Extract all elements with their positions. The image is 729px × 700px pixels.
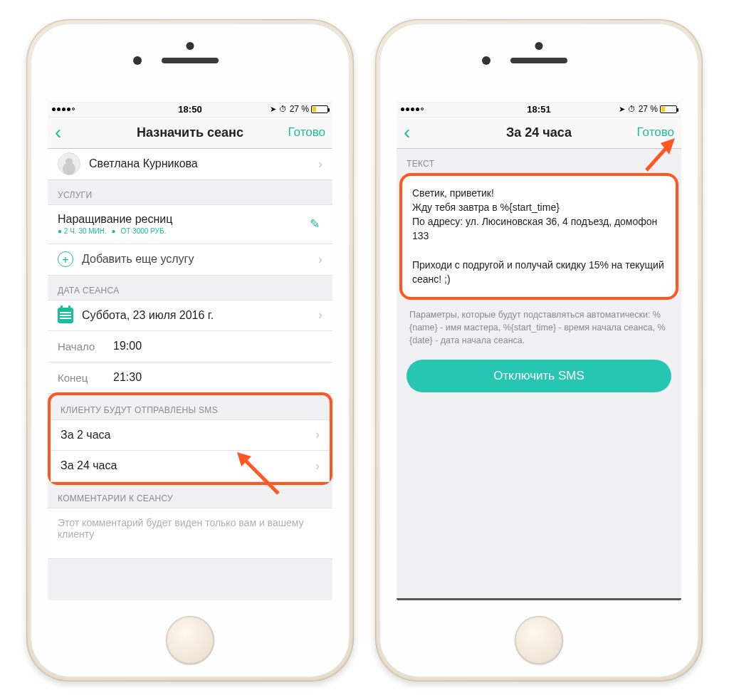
status-time: 18:50 xyxy=(144,104,236,115)
comment-field[interactable]: Этот комментарий будет виден только вам … xyxy=(48,508,332,559)
nav-bar: ‹ Назначить сеанс Готово xyxy=(48,117,332,149)
battery-icon xyxy=(660,105,677,113)
home-button[interactable] xyxy=(515,616,563,664)
battery-percent: 27 % xyxy=(639,104,658,114)
back-button[interactable]: ‹ xyxy=(404,122,432,142)
dock-line xyxy=(397,598,681,600)
section-text: ТЕКСТ xyxy=(397,149,681,173)
chevron-right-icon: › xyxy=(315,459,320,474)
screen-left: 18:50 ➤ ⏱ 27 % ‹ Назначить сеанс Готово … xyxy=(48,102,332,600)
location-icon: ➤ xyxy=(270,105,276,114)
add-service-row[interactable]: + Добавить еще услугу › xyxy=(48,244,332,276)
status-time: 18:51 xyxy=(493,104,584,115)
section-comments: КОММЕНТАРИИ К СЕАНСУ xyxy=(48,484,332,508)
disable-sms-button[interactable]: Отключить SMS xyxy=(407,360,671,392)
home-button[interactable] xyxy=(166,616,214,664)
alarm-icon: ⏱ xyxy=(279,105,287,113)
section-date: ДАТА СЕАНСА xyxy=(48,276,332,300)
service-row[interactable]: Наращивание ресниц ● 2 Ч. 30 МИН. ● ОТ 3… xyxy=(48,204,332,244)
done-button[interactable]: Готово xyxy=(288,125,326,140)
service-meta: ● 2 Ч. 30 МИН. ● ОТ 3000 РУБ. xyxy=(58,227,310,235)
client-name: Светлана Курникова xyxy=(89,157,198,170)
avatar-icon xyxy=(58,152,80,175)
back-button[interactable]: ‹ xyxy=(55,122,83,142)
chevron-right-icon: › xyxy=(318,252,322,267)
status-bar: 18:50 ➤ ⏱ 27 % xyxy=(48,102,332,117)
end-time-row[interactable]: Конец 21:30 xyxy=(48,362,332,394)
help-text: Параметры, которые будут подставляться а… xyxy=(397,300,681,348)
nav-bar: ‹ За 24 часа Готово xyxy=(397,117,681,149)
screen-right: 18:51 ➤ ⏱ 27 % ‹ За 24 часа Готово ТЕКСТ… xyxy=(397,102,681,600)
service-title: Наращивание ресниц xyxy=(58,213,310,226)
date-row[interactable]: Суббота, 23 июля 2016 г. › xyxy=(48,300,332,331)
chevron-right-icon: › xyxy=(318,157,322,172)
status-bar: 18:51 ➤ ⏱ 27 % xyxy=(397,102,681,117)
sms-24h-row[interactable]: За 24 часа › xyxy=(51,451,330,482)
phone-right: 18:51 ➤ ⏱ 27 % ‹ За 24 часа Готово ТЕКСТ… xyxy=(375,19,703,681)
plus-icon: + xyxy=(58,251,73,267)
calendar-icon xyxy=(58,308,73,323)
battery-icon xyxy=(311,105,328,113)
chevron-right-icon: › xyxy=(318,308,322,323)
sms-2h-row[interactable]: За 2 часа › xyxy=(51,419,330,451)
sms-highlight: КЛИЕНТУ БУДУТ ОТПРАВЛЕНЫ SMS За 2 часа ›… xyxy=(48,392,332,485)
edit-icon[interactable]: ✎ xyxy=(310,216,320,231)
phone-left: 18:50 ➤ ⏱ 27 % ‹ Назначить сеанс Готово … xyxy=(26,19,354,681)
start-time-row[interactable]: Начало 19:00 xyxy=(48,331,332,362)
location-icon: ➤ xyxy=(619,105,625,114)
client-row[interactable]: Светлана Курникова › xyxy=(48,149,332,180)
section-services: УСЛУГИ xyxy=(48,180,332,204)
chevron-right-icon: › xyxy=(315,427,320,442)
section-sms: КЛИЕНТУ БУДУТ ОТПРАВЛЕНЫ SMS xyxy=(51,395,330,419)
message-textarea[interactable]: Светик, приветик! Жду тебя завтра в %{st… xyxy=(399,173,678,300)
battery-percent: 27 % xyxy=(290,104,309,114)
done-button[interactable]: Готово xyxy=(637,125,675,140)
alarm-icon: ⏱ xyxy=(628,105,636,113)
